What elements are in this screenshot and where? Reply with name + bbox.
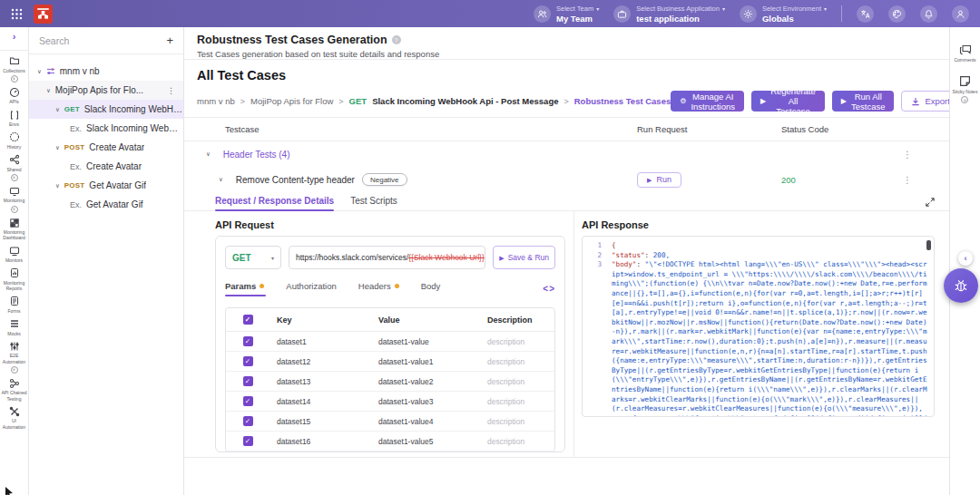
- collapse-panel-button[interactable]: ‹: [958, 251, 973, 266]
- rail-item-forms[interactable]: Forms: [0, 296, 29, 314]
- tab-test-scripts[interactable]: Test Scripts: [350, 196, 397, 210]
- regenerate-all-testcase-button[interactable]: ▶ Regenerate All Testcase: [751, 91, 825, 112]
- theme-palette-icon[interactable]: [888, 5, 906, 23]
- chevron-down-icon[interactable]: ∨: [184, 176, 223, 183]
- testcase-row[interactable]: ∨ Remove Content-type header Negative ▶ …: [184, 167, 949, 192]
- chevron-down-icon[interactable]: ∨: [37, 68, 42, 75]
- tree-item-post-get-avatar-gif[interactable]: ∨ POST Get Avatar Gif: [29, 176, 183, 195]
- rail-item-monitors[interactable]: Monitors: [0, 246, 29, 264]
- param-key[interactable]: dataset1: [270, 337, 371, 346]
- rail-item-history[interactable]: History: [0, 131, 29, 150]
- param-row[interactable]: ✓ dataset16 dataset1-value5 description: [226, 432, 554, 451]
- bug-report-fab[interactable]: [944, 268, 978, 303]
- row-checkbox[interactable]: ✓: [243, 396, 253, 406]
- select-all-checkbox[interactable]: ✓: [243, 315, 253, 325]
- row-checkbox[interactable]: ✓: [243, 376, 253, 386]
- rail-item-sticky-notes[interactable]: Sticky Notes ∨: [953, 75, 978, 103]
- param-row[interactable]: ✓ dataset1 dataset1-value description: [226, 332, 554, 352]
- breadcrumb-request[interactable]: Slack Incoming WebHook Api - Post Messag…: [372, 96, 558, 106]
- row-checkbox[interactable]: ✓: [243, 336, 253, 346]
- tab-request-response-details[interactable]: Request / Response Details: [215, 196, 334, 210]
- param-description[interactable]: description: [480, 377, 554, 386]
- param-row[interactable]: ✓ dataset12 dataset1-value1 description: [226, 352, 554, 372]
- tree-item-create-avatar-example[interactable]: Ex. Create Avatar: [29, 157, 183, 176]
- tree-item-get-avatar-gif-example[interactable]: Ex. Get Avatar Gif: [29, 195, 183, 214]
- notifications-bell-icon[interactable]: [920, 5, 937, 23]
- collapse-circle-icon[interactable]: ∨: [11, 206, 18, 213]
- info-icon[interactable]: ?: [392, 35, 401, 44]
- row-checkbox[interactable]: ✓: [243, 416, 253, 426]
- param-key[interactable]: dataset13: [270, 377, 371, 386]
- account-avatar-icon[interactable]: [952, 5, 969, 23]
- run-button[interactable]: ▶ Run: [637, 172, 681, 188]
- row-checkbox[interactable]: ✓: [243, 436, 253, 446]
- kebab-menu-icon[interactable]: ⋮: [167, 86, 183, 95]
- rail-item-apis[interactable]: APIs: [0, 87, 29, 105]
- run-all-testcase-button[interactable]: ▶ Run All Testcase: [832, 91, 895, 112]
- param-value[interactable]: dataset1-value5: [371, 437, 480, 446]
- tab-params[interactable]: Params: [225, 281, 264, 296]
- rail-item-collections[interactable]: Collections ∨: [0, 55, 29, 82]
- tab-headers[interactable]: Headers: [358, 281, 399, 296]
- breadcrumb-folder[interactable]: MojiPop Apis for Flow: [250, 96, 333, 106]
- chevron-down-icon[interactable]: ∨: [55, 106, 60, 113]
- collapse-circle-icon[interactable]: ∨: [961, 96, 968, 103]
- param-value[interactable]: dataset1-value2: [371, 377, 480, 386]
- environment-selector[interactable]: Select Environment▾ Globals: [740, 5, 827, 24]
- param-description[interactable]: description: [480, 357, 554, 366]
- request-url-input[interactable]: https://hooks.slack.com/services/{{Slack…: [289, 246, 485, 269]
- app-grid-icon[interactable]: [11, 8, 23, 20]
- tree-item-get-example[interactable]: Ex. Slack Incoming WebHo...: [29, 119, 183, 138]
- rail-item-comments[interactable]: Comments: [954, 44, 975, 63]
- param-row[interactable]: ✓ dataset14 dataset1-value3 description: [226, 392, 554, 412]
- search-input[interactable]: [39, 35, 166, 46]
- rail-item-monitoring-reports[interactable]: Monitoring Reports: [0, 267, 29, 291]
- translate-icon[interactable]: [857, 5, 874, 23]
- rail-item-shared[interactable]: Shared ∨: [0, 154, 29, 181]
- param-key[interactable]: dataset16: [270, 437, 371, 446]
- kebab-menu-icon[interactable]: ⋮: [903, 175, 912, 185]
- team-selector[interactable]: Select Team▾ My Team: [534, 5, 599, 24]
- param-key[interactable]: dataset12: [270, 357, 371, 366]
- param-row[interactable]: ✓ dataset13 dataset1-value2 description: [226, 372, 554, 392]
- collapse-circle-icon[interactable]: ∨: [11, 75, 18, 82]
- rail-item-mocks[interactable]: Mocks: [0, 318, 29, 336]
- param-row[interactable]: ✓ dataset15 dataset1-value4 description: [226, 412, 554, 432]
- expand-sidebar-icon[interactable]: ›: [13, 31, 16, 47]
- manage-ai-instructions-button[interactable]: ⚙ Manage AI Instructions: [671, 91, 744, 112]
- rail-item-e2e-automation[interactable]: E2E Automation ∨: [0, 341, 29, 374]
- rail-item-ui-automation[interactable]: UI Automation: [0, 406, 29, 430]
- save-and-run-button[interactable]: ▶ Save & Run: [493, 246, 555, 269]
- code-view-icon[interactable]: <>: [543, 284, 555, 294]
- param-key[interactable]: dataset14: [270, 397, 371, 406]
- business-application-selector[interactable]: Select Business Application▾ test applic…: [613, 5, 725, 24]
- scrollbar-thumb[interactable]: [926, 240, 931, 250]
- chevron-down-icon[interactable]: ∨: [55, 182, 60, 189]
- param-value[interactable]: dataset1-value1: [371, 357, 480, 366]
- chevron-down-icon[interactable]: ∨: [46, 87, 51, 94]
- testcase-group-row[interactable]: ∨ Header Tests (4) ⋮: [184, 141, 949, 167]
- collapse-circle-icon[interactable]: ∨: [11, 174, 18, 181]
- rail-item-envs[interactable]: Envs: [0, 110, 29, 128]
- method-select[interactable]: GET ▾: [225, 246, 281, 269]
- collapse-circle-icon[interactable]: ∨: [11, 366, 18, 374]
- param-value[interactable]: dataset1-value3: [371, 397, 480, 406]
- tree-item-post-create-avatar[interactable]: ∨ POST Create Avatar: [29, 138, 183, 157]
- chevron-down-icon[interactable]: ∨: [184, 150, 211, 158]
- param-description[interactable]: description: [480, 337, 554, 346]
- rail-item-monitoring[interactable]: Monitoring ∨: [0, 186, 29, 213]
- param-value[interactable]: dataset1-value: [371, 337, 480, 346]
- param-description[interactable]: description: [480, 437, 554, 446]
- param-description[interactable]: description: [480, 397, 554, 406]
- tree-item-collection[interactable]: ∨ mnm v nb: [29, 62, 183, 81]
- api-response-viewer[interactable]: 1 { 2 "status": 200, 3 "body": "\"<!DOCT…: [582, 236, 935, 417]
- testcase-group-label[interactable]: Header Tests (4): [223, 150, 290, 160]
- param-key[interactable]: dataset15: [270, 417, 371, 426]
- tab-authorization[interactable]: Authorization: [286, 281, 336, 296]
- add-collection-icon[interactable]: +: [166, 34, 173, 46]
- param-description[interactable]: description: [480, 417, 554, 426]
- chevron-down-icon[interactable]: ∨: [55, 144, 60, 151]
- tree-item-get-request[interactable]: ∨ GET Slack Incoming WebHo...: [29, 100, 183, 119]
- app-logo[interactable]: [34, 5, 53, 24]
- row-checkbox[interactable]: ✓: [243, 356, 253, 366]
